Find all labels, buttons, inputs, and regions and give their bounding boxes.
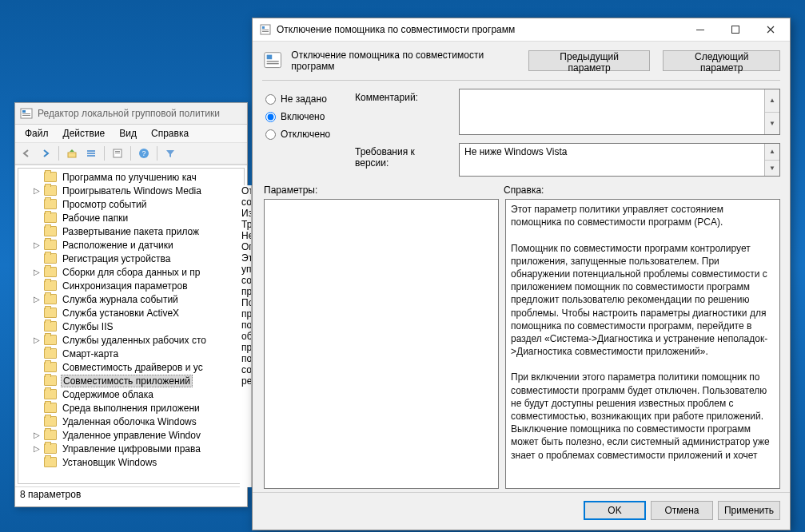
filter-icon[interactable] [162,145,178,161]
expander-icon[interactable]: ▷ [33,444,41,453]
help-icon[interactable]: ? [136,145,152,161]
comment-text[interactable] [460,89,764,134]
svg-rect-18 [732,26,739,34]
radio-enabled-input[interactable] [265,112,276,122]
back-icon[interactable] [18,145,34,161]
tree-item[interactable]: Развертывание пакета прилож [18,224,244,238]
maximize-button[interactable] [718,18,753,41]
apply-button[interactable]: Применить [718,501,780,520]
state-radio-group: Не задано Включено Отключено [264,89,347,143]
spin-up-icon[interactable]: ▲ [765,89,779,113]
tree-item[interactable]: Программа по улучшению кач [18,170,244,184]
next-setting-button[interactable]: Следующий параметр [663,50,780,71]
tree-item[interactable]: ▷Управление цифровыми права [18,442,244,455]
help-paragraph: Помощник по совместимости программ контр… [511,242,775,359]
folder-icon [44,253,57,264]
menu-view[interactable]: Вид [113,126,143,141]
spin-up-icon[interactable]: ▲ [765,144,779,161]
radio-not-configured-input[interactable] [265,94,276,105]
close-button[interactable] [753,18,788,41]
status-text: 8 параметров [20,489,81,500]
radio-enabled[interactable]: Включено [264,108,347,125]
radio-disabled-input[interactable] [265,129,276,140]
dialog-settings-area: Не задано Включено Отключено Комментарий… [253,81,790,181]
tree-item[interactable]: ▷Удаленное управление Windov [18,428,244,442]
svg-rect-15 [262,30,269,30]
tree-item[interactable]: Удаленная оболочка Windows [18,415,244,428]
cancel-button[interactable]: Отмена [651,501,713,520]
tree-item-label: Расположение и датчики [61,240,175,251]
dialog-header: Отключение помощника по совместимости пр… [253,42,790,78]
expander-icon[interactable]: ▷ [33,186,41,195]
gpo-tree[interactable]: Программа по улучшению кач▷Проигрыватель… [18,168,245,484]
tree-item[interactable]: Установщик Windows [18,455,244,469]
menu-action[interactable]: Действие [57,126,112,141]
folder-icon [44,430,57,440]
tree-item[interactable]: ▷Службы удаленных рабочих сто [18,333,244,347]
radio-not-configured[interactable]: Не задано [264,90,347,108]
tree-item[interactable]: Совместимость приложений [18,374,244,387]
up-icon[interactable] [64,145,80,161]
menu-help[interactable]: Справка [145,126,195,141]
minimize-button[interactable] [683,18,718,41]
tree-item[interactable]: ▷Расположение и датчики [18,238,244,252]
svg-rect-20 [267,55,273,60]
expander-icon[interactable]: ▷ [33,295,41,304]
tree-item-label: Регистрация устройства [61,253,172,264]
tree-item-label: Сборки для сбора данных и пр [61,267,201,278]
tree-item[interactable]: ▷Сборки для сбора данных и пр [18,265,244,279]
tree-item[interactable]: Просмотр событий [18,197,244,211]
tree-item-label: Удаленное управление Windov [61,430,202,441]
svg-rect-4 [68,153,76,157]
spin-down-icon[interactable]: ▼ [765,161,779,177]
tree-item[interactable]: ▷Служба журнала событий [18,292,244,306]
tree-item[interactable]: Рабочие папки [18,211,244,224]
comment-field[interactable]: ▲ ▼ [459,89,780,135]
spin-down-icon[interactable]: ▼ [765,113,779,135]
props-icon[interactable] [110,145,126,161]
tree-item[interactable]: Среда выполнения приложени [18,401,244,415]
tree-item[interactable]: Смарт-карта [18,347,244,360]
folder-icon [44,416,57,427]
folder-icon [44,403,57,413]
menu-file[interactable]: Файл [18,126,55,141]
tree-item-label: Управление цифровыми права [61,443,202,455]
tree-item[interactable]: Службы IIS [18,320,244,333]
comment-label: Комментарий: [355,89,451,103]
help-box[interactable]: Этот параметр политики управляет состоян… [505,199,780,489]
ok-button[interactable]: OK [584,501,646,520]
dialog-titlebar[interactable]: Отключение помощника по совместимости пр… [253,18,790,42]
folder-icon [44,308,57,318]
forward-icon[interactable] [38,145,54,161]
expander-icon[interactable]: ▷ [33,335,41,344]
gpo-toolbar: ? [15,143,247,165]
radio-disabled[interactable]: Отключено [264,125,347,143]
folder-icon [44,212,57,223]
tree-item[interactable]: Регистрация устройства [18,252,244,265]
comment-spinner: ▲ ▼ [764,89,779,134]
dialog-title-text: Отключение помощника по совместимости пр… [277,24,683,35]
tree-item[interactable]: Служба установки ActiveX [18,306,244,320]
svg-rect-17 [696,30,704,30]
tree-item-label: Служба установки ActiveX [61,308,181,319]
folder-icon [44,457,57,467]
folder-icon [44,226,57,236]
tree-item-label: Смарт-карта [61,348,120,359]
tree-item[interactable]: ▷Проигрыватель Windows Media [18,184,244,197]
tree-item-label: Установщик Windows [61,457,158,468]
tree-item[interactable]: Содержимое облака [18,387,244,401]
supported-on-label: Требования к версии: [355,143,451,169]
dialog-panels: Этот параметр политики управляет состоян… [253,199,790,492]
svg-rect-3 [22,115,30,116]
expander-icon[interactable]: ▷ [33,240,41,249]
list-icon[interactable] [83,145,99,161]
previous-setting-button[interactable]: Предыдущий параметр [528,50,650,71]
gpo-titlebar[interactable]: Редактор локальной групповой политики [15,103,247,125]
tree-item-label: Программа по улучшению кач [61,172,198,183]
expander-icon[interactable]: ▷ [33,268,41,276]
expander-icon[interactable]: ▷ [33,431,41,439]
tree-item[interactable]: Совместимость драйверов и ус [18,360,244,374]
tree-item[interactable]: Синхронизация параметров [18,279,244,292]
gpo-title-text: Редактор локальной групповой политики [38,108,220,119]
group-policy-editor-window: Редактор локальной групповой политики Фа… [14,102,248,507]
